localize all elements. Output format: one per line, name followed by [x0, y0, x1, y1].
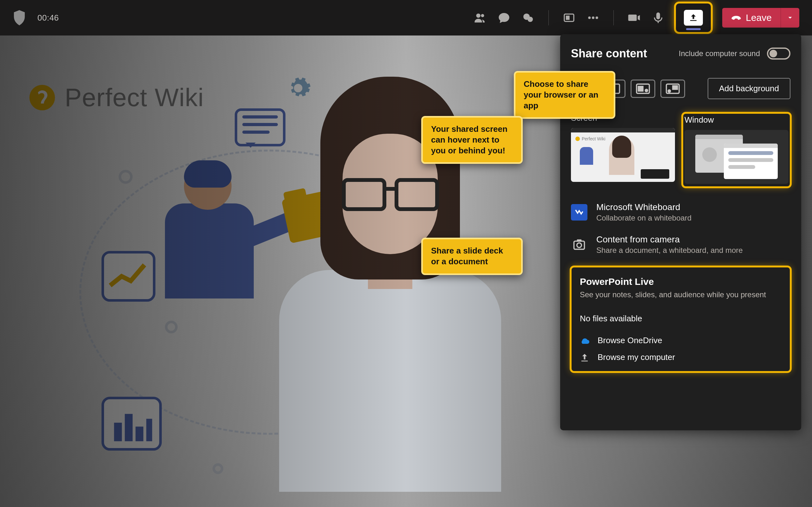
- content-camera-title: Content from camera: [596, 234, 743, 245]
- content-camera-icon: [571, 236, 588, 253]
- whiteboard-icon: [571, 204, 588, 221]
- onedrive-icon: [580, 336, 589, 345]
- leave-button-group: Leave: [722, 8, 799, 27]
- add-background-button[interactable]: Add background: [708, 78, 791, 99]
- ppt-no-files: No files available: [580, 314, 781, 324]
- browse-computer-label: Browse my computer: [598, 352, 675, 362]
- camera-icon[interactable]: [628, 11, 641, 24]
- browse-computer[interactable]: Browse my computer: [580, 352, 781, 362]
- svg-rect-19: [672, 85, 678, 90]
- ppt-subtitle: See your notes, slides, and audience whi…: [580, 290, 781, 299]
- divider: [548, 10, 549, 25]
- svg-rect-8: [114, 423, 122, 441]
- leave-dropdown[interactable]: [780, 8, 799, 27]
- window-thumbnail: [684, 130, 789, 184]
- divider: [613, 10, 614, 25]
- share-screen-card[interactable]: Screen Perfect Wiki: [571, 113, 675, 187]
- svg-point-4: [589, 16, 591, 19]
- mic-icon[interactable]: [652, 11, 664, 24]
- svg-point-6: [596, 16, 598, 19]
- content-from-camera-row[interactable]: Content from camera Share a document, a …: [571, 234, 791, 255]
- callout-hover-screen: Your shared screen can hover next to you…: [421, 116, 523, 164]
- presenter-mode-side-by-side[interactable]: [630, 79, 655, 98]
- panel-title: Share content: [571, 47, 647, 60]
- svg-rect-3: [566, 15, 570, 20]
- svg-point-17: [645, 89, 648, 92]
- browse-onedrive[interactable]: Browse OneDrive: [580, 336, 781, 345]
- svg-point-23: [577, 243, 582, 248]
- upload-icon: [580, 353, 589, 362]
- powerpoint-live-section: PowerPoint Live See your notes, slides, …: [571, 267, 791, 372]
- perfect-wiki-brand: Perfect Wiki: [65, 83, 204, 112]
- include-sound-label: Include computer sound: [679, 49, 760, 58]
- include-sound-row: Include computer sound: [679, 48, 791, 60]
- topbar-left-cluster: 00:46: [13, 10, 59, 25]
- bar-chart-card-icon: [101, 397, 162, 451]
- share-content-button[interactable]: [676, 3, 711, 32]
- content-camera-subtitle: Share a document, a whiteboard, and more: [596, 246, 743, 255]
- perfect-wiki-logo: Perfect Wiki: [29, 83, 204, 112]
- svg-rect-9: [125, 414, 133, 441]
- svg-rect-24: [577, 239, 582, 242]
- presenter-mode-reporter[interactable]: [660, 79, 685, 98]
- leave-button[interactable]: Leave: [722, 8, 780, 27]
- callout-choose-window: Choose to share your browser or an app: [514, 71, 615, 119]
- svg-rect-10: [136, 427, 143, 441]
- whiteboard-title: Microsoft Whiteboard: [596, 202, 692, 212]
- browse-onedrive-label: Browse OneDrive: [598, 336, 662, 345]
- rooms-icon[interactable]: [563, 11, 575, 24]
- share-window-card[interactable]: Window: [682, 113, 791, 187]
- ppt-title: PowerPoint Live: [580, 276, 781, 287]
- include-sound-toggle[interactable]: [767, 48, 791, 60]
- svg-point-5: [592, 16, 595, 19]
- svg-point-1: [528, 17, 533, 22]
- svg-point-20: [668, 89, 671, 93]
- more-icon[interactable]: [587, 11, 600, 24]
- whiteboard-row[interactable]: Microsoft Whiteboard Collaborate on a wh…: [571, 202, 791, 222]
- svg-point-7: [30, 85, 55, 111]
- screen-thumbnail: Perfect Wiki: [571, 128, 675, 182]
- topbar-right-cluster: Leave: [473, 3, 799, 32]
- chat-icon[interactable]: [498, 11, 510, 24]
- reactions-icon[interactable]: [522, 11, 535, 24]
- share-window-label: Window: [684, 115, 789, 125]
- callout-slide-deck: Share a slide deck or a document: [421, 238, 523, 275]
- svg-rect-16: [638, 86, 644, 91]
- leave-label: Leave: [746, 12, 772, 23]
- shield-icon: [13, 10, 26, 25]
- call-duration: 00:46: [38, 13, 59, 23]
- meeting-topbar: 00:46 Leave: [0, 0, 812, 36]
- whiteboard-subtitle: Collaborate on a whiteboard: [596, 214, 692, 222]
- participants-icon[interactable]: [473, 11, 486, 24]
- svg-rect-11: [146, 419, 152, 441]
- svg-point-21: [575, 136, 580, 141]
